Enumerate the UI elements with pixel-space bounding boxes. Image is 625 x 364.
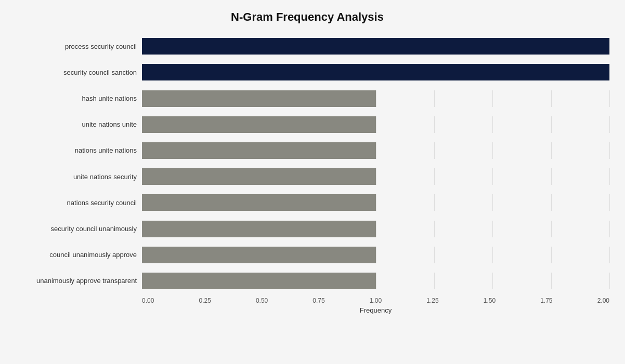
- grid-line: [492, 221, 493, 237]
- bar-label: nations unite nations: [5, 146, 142, 154]
- bar-track: [142, 221, 609, 237]
- grid-line: [434, 116, 435, 133]
- bar-row: nations security council: [5, 190, 609, 215]
- grid-line: [609, 273, 610, 289]
- grid-line: [609, 38, 610, 55]
- x-ticks: 0.000.250.500.751.001.251.501.752.00: [142, 294, 609, 304]
- bar-row: security council unanimously: [5, 215, 609, 241]
- grid-line: [492, 194, 493, 211]
- bar-row: unite nations unite: [5, 112, 609, 138]
- bar-label: council unanimously approve: [5, 251, 142, 259]
- bar-row: process security council: [5, 33, 609, 59]
- bar-track: [142, 90, 609, 107]
- grid-line: [376, 168, 376, 185]
- bar-row: security council sanction: [5, 59, 609, 85]
- x-tick-label: 1.75: [540, 297, 552, 304]
- bar-label: security council unanimously: [5, 225, 142, 233]
- x-axis: 0.000.250.500.751.001.251.501.752.00 Fre…: [142, 294, 609, 314]
- bar-track: [142, 38, 609, 55]
- x-tick-label: 1.00: [370, 297, 382, 304]
- grid-line: [434, 273, 435, 289]
- grid-line: [551, 142, 552, 159]
- grid-line: [551, 90, 552, 107]
- x-axis-label: Frequency: [142, 306, 609, 314]
- x-tick-label: 0.00: [142, 297, 154, 304]
- bar-fill: [142, 64, 609, 80]
- grid-line: [434, 194, 435, 211]
- grid-line: [434, 221, 435, 237]
- grid-line: [376, 90, 376, 107]
- bar-label: nations security council: [5, 199, 142, 207]
- bar-label: hash unite nations: [5, 95, 142, 102]
- grid-line: [434, 90, 435, 107]
- grid-line: [609, 64, 610, 80]
- chart-container: N-Gram Frequency Analysis process securi…: [0, 0, 625, 364]
- grid-line: [492, 116, 493, 133]
- grid-line: [609, 116, 610, 133]
- chart-title: N-Gram Frequency Analysis: [5, 10, 609, 24]
- x-tick-label: 0.25: [199, 297, 211, 304]
- bar-track: [142, 142, 609, 159]
- grid-line: [551, 247, 552, 263]
- bars-wrapper: process security councilsecurity council…: [5, 33, 609, 294]
- bar-fill: [142, 116, 376, 133]
- bar-row: unite nations security: [5, 164, 609, 190]
- bar-label: process security council: [5, 43, 142, 50]
- grid-line: [434, 247, 435, 263]
- bar-row: nations unite nations: [5, 138, 609, 164]
- x-tick-label: 0.50: [256, 297, 268, 304]
- grid-line: [551, 194, 552, 211]
- bar-fill: [142, 142, 376, 159]
- bar-track: [142, 273, 609, 289]
- grid-line: [492, 247, 493, 263]
- grid-line: [609, 194, 610, 211]
- bar-fill: [142, 221, 376, 237]
- bar-label: unite nations security: [5, 173, 142, 181]
- grid-line: [376, 142, 376, 159]
- x-tick-label: 1.50: [484, 297, 496, 304]
- chart-area: process security councilsecurity council…: [5, 33, 609, 314]
- bar-row: hash unite nations: [5, 85, 609, 111]
- grid-line: [609, 142, 610, 159]
- grid-line: [551, 273, 552, 289]
- grid-line: [434, 168, 435, 185]
- bar-track: [142, 247, 609, 263]
- grid-line: [492, 142, 493, 159]
- bar-row: unanimously approve transparent: [5, 268, 609, 294]
- bar-fill: [142, 38, 609, 55]
- bar-fill: [142, 273, 376, 289]
- bar-fill: [142, 168, 376, 185]
- bar-track: [142, 194, 609, 211]
- grid-line: [609, 168, 610, 185]
- bar-label: unite nations unite: [5, 120, 142, 128]
- bar-fill: [142, 90, 376, 107]
- bar-track: [142, 168, 609, 185]
- grid-line: [492, 168, 493, 185]
- bar-track: [142, 64, 609, 80]
- grid-line: [376, 247, 376, 263]
- grid-line: [492, 90, 493, 107]
- x-tick-label: 0.75: [312, 297, 324, 304]
- bar-label: unanimously approve transparent: [5, 277, 142, 285]
- bar-row: council unanimously approve: [5, 242, 609, 268]
- grid-line: [376, 194, 376, 211]
- grid-line: [434, 142, 435, 159]
- x-tick-label: 2.00: [597, 297, 609, 304]
- bar-track: [142, 116, 609, 133]
- bar-label: security council sanction: [5, 69, 142, 76]
- grid-line: [551, 116, 552, 133]
- grid-line: [492, 273, 493, 289]
- bar-fill: [142, 247, 376, 263]
- grid-line: [551, 221, 552, 237]
- grid-line: [376, 116, 376, 133]
- grid-line: [609, 221, 610, 237]
- grid-line: [609, 247, 610, 263]
- grid-line: [376, 221, 376, 237]
- x-tick-label: 1.25: [426, 297, 438, 304]
- grid-line: [376, 273, 376, 289]
- grid-line: [551, 168, 552, 185]
- grid-line: [609, 90, 610, 107]
- bar-fill: [142, 194, 376, 211]
